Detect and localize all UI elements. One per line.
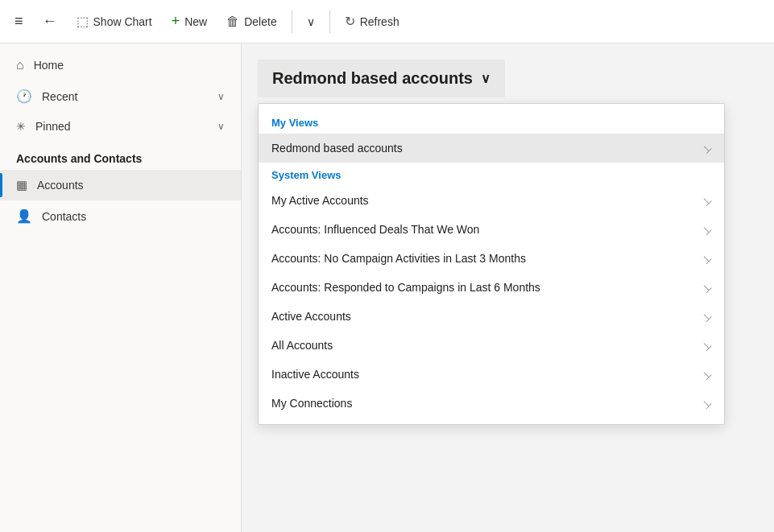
contacts-label: Contacts [42,210,225,223]
accounts-icon: ▦ [16,178,27,192]
active-accounts-label: Active Accounts [271,310,351,323]
pin-icon-my-connections[interactable]: ⊣ [699,396,714,410]
dropdown-item-responded-campaigns[interactable]: Accounts: Responded to Campaigns in Last… [259,273,724,302]
section-header: Accounts and Contacts [0,141,241,170]
contacts-icon: 👤 [16,208,32,224]
my-connections-label: My Connections [271,397,352,410]
view-chevron-icon: ∨ [481,71,490,86]
sidebar-item-accounts[interactable]: ▦ Accounts [0,170,241,200]
new-label: New [184,15,207,28]
sidebar-item-contacts[interactable]: 👤 Contacts [0,200,241,232]
pinned-icon: ✳ [16,120,26,133]
refresh-button[interactable]: ↻ Refresh [337,9,408,34]
dropdown-arrow-icon: ∨ [307,15,315,28]
dropdown-item-redmond[interactable]: Redmond based accounts ⊣ [259,134,724,163]
inactive-accounts-label: Inactive Accounts [271,368,359,381]
sidebar-item-home[interactable]: ⌂ Home [0,50,241,80]
hamburger-icon: ≡ [14,13,23,29]
toolbar-separator [292,10,292,33]
sidebar-item-recent[interactable]: 🕐 Recent ∨ [0,80,241,112]
system-views-label: System Views [259,163,724,186]
dropdown-item-all-accounts[interactable]: All Accounts ⊣ [259,331,724,360]
pinned-chevron-icon: ∨ [217,121,225,132]
toolbar-separator-2 [329,10,330,33]
delete-icon: 🗑 [226,14,239,29]
pin-icon-influenced-deals[interactable]: ⊣ [699,222,714,237]
delete-label: Delete [244,15,276,28]
pin-icon-all-accounts[interactable]: ⊣ [699,338,714,353]
home-label: Home [34,59,225,72]
home-icon: ⌂ [16,58,24,72]
content-area: Redmond based accounts ∨ My Views Redmon… [242,43,774,532]
recent-chevron-icon: ∨ [217,91,225,102]
pin-icon-responded-campaigns[interactable]: ⊣ [699,280,714,295]
pin-icon-inactive-accounts[interactable]: ⊣ [699,367,714,381]
all-accounts-label: All Accounts [271,339,333,352]
recent-icon: 🕐 [16,89,32,104]
dropdown-item-my-active[interactable]: My Active Accounts ⊣ [259,186,724,215]
show-chart-icon: ⬚ [77,14,89,29]
show-chart-label: Show Chart [93,15,152,28]
dropdown-item-my-connections[interactable]: My Connections ⊣ [259,389,724,418]
hamburger-button[interactable]: ≡ [6,8,31,35]
pin-icon-redmond[interactable]: ⊣ [699,141,714,155]
sidebar-item-pinned[interactable]: ✳ Pinned ∨ [0,112,241,141]
new-button[interactable]: + New [163,8,216,35]
toolbar: ≡ ← ⬚ Show Chart + New 🗑 Delete ∨ ↻ Refr… [0,0,774,43]
show-chart-button[interactable]: ⬚ Show Chart [68,9,160,34]
dropdown-item-inactive-accounts[interactable]: Inactive Accounts ⊣ [259,360,724,389]
my-active-label: My Active Accounts [271,194,369,207]
responded-campaigns-label: Accounts: Responded to Campaigns in Last… [271,281,540,294]
refresh-label: Refresh [360,15,399,28]
main-layout: ⌂ Home 🕐 Recent ∨ ✳ Pinned ∨ Accounts an… [0,43,774,532]
dropdown-arrow-button[interactable]: ∨ [299,10,323,33]
view-selector-label: Redmond based accounts [272,69,473,88]
influenced-deals-label: Accounts: Influenced Deals That We Won [271,223,479,236]
redmond-label: Redmond based accounts [271,142,403,155]
pin-icon-no-campaign[interactable]: ⊣ [699,251,714,266]
pin-icon-active-accounts[interactable]: ⊣ [699,309,714,324]
back-icon: ← [43,13,57,29]
accounts-label: Accounts [37,179,225,192]
pinned-label: Pinned [35,120,208,133]
delete-button[interactable]: 🗑 Delete [218,10,284,34]
dropdown-item-active-accounts[interactable]: Active Accounts ⊣ [259,302,724,331]
refresh-icon: ↻ [345,14,355,29]
dropdown-item-no-campaign[interactable]: Accounts: No Campaign Activities in Last… [259,244,724,273]
view-selector-button[interactable]: Redmond based accounts ∨ [258,60,505,97]
dropdown-panel: My Views Redmond based accounts ⊣ System… [258,103,725,425]
recent-label: Recent [42,90,208,103]
pin-icon-my-active[interactable]: ⊣ [699,193,714,208]
back-button[interactable]: ← [35,8,65,35]
my-views-label: My Views [259,110,724,134]
dropdown-item-influenced-deals[interactable]: Accounts: Influenced Deals That We Won ⊣ [259,215,724,244]
no-campaign-label: Accounts: No Campaign Activities in Last… [271,252,526,265]
new-icon: + [172,13,180,30]
sidebar: ⌂ Home 🕐 Recent ∨ ✳ Pinned ∨ Accounts an… [0,43,242,532]
